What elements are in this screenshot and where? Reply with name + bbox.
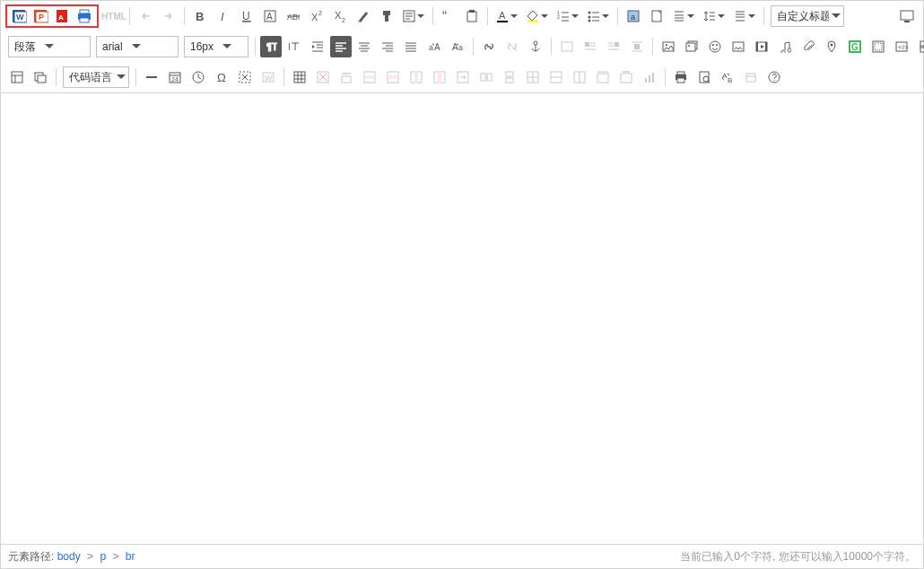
print-button-icon[interactable] — [670, 66, 692, 88]
video-icon[interactable] — [751, 36, 772, 57]
gmap-icon[interactable]: G — [844, 36, 866, 57]
superscript-icon[interactable]: X2 — [306, 5, 327, 27]
delete-caption-icon[interactable] — [615, 66, 637, 88]
image-right-icon[interactable] — [603, 36, 624, 57]
align-left-icon[interactable] — [330, 36, 352, 57]
path-segment-br[interactable]: br — [126, 550, 135, 563]
editor-content-area[interactable] — [1, 92, 923, 544]
insert-table-icon[interactable] — [289, 66, 310, 88]
image-center-icon[interactable] — [626, 36, 648, 57]
format-match-icon[interactable] — [376, 5, 397, 27]
preview-icon[interactable] — [693, 66, 715, 88]
unordered-list-icon[interactable] — [584, 5, 613, 27]
background-icon[interactable] — [30, 66, 51, 88]
row-spacing-bottom-icon[interactable] — [730, 5, 759, 27]
align-center-icon[interactable] — [353, 36, 375, 57]
music-icon[interactable] — [774, 36, 796, 57]
blockquote-icon[interactable]: “ — [438, 5, 459, 27]
merge-right-icon[interactable] — [475, 66, 497, 88]
simple-upload-icon[interactable] — [658, 36, 679, 57]
direction-rtl-icon[interactable]: I — [283, 36, 305, 57]
undo-icon[interactable] — [135, 5, 156, 27]
pagebreak-icon[interactable] — [914, 36, 924, 57]
help-icon[interactable]: ? — [763, 66, 785, 88]
separator — [763, 7, 764, 25]
time-icon[interactable] — [187, 66, 209, 88]
editor-body[interactable] — [12, 115, 912, 544]
svg-point-41 — [588, 16, 591, 19]
split-cols-icon[interactable] — [569, 66, 590, 88]
template-icon[interactable] — [6, 66, 28, 88]
backcolor-icon[interactable] — [523, 5, 552, 27]
ordered-list-icon[interactable]: 12 — [554, 5, 582, 27]
select-all-icon[interactable]: a — [623, 5, 644, 27]
custom-title-select[interactable]: 自定义标题 — [771, 5, 844, 27]
emotion-icon[interactable] — [704, 36, 726, 57]
import-pdf-icon[interactable]: A — [55, 8, 71, 24]
fullscreen-icon[interactable] — [896, 5, 918, 27]
path-segment-p[interactable]: p — [100, 550, 106, 563]
link-icon[interactable] — [478, 36, 500, 57]
wordimage-icon[interactable]: W — [257, 66, 279, 88]
tolowercase-icon[interactable]: Aa — [447, 36, 468, 57]
align-justify-icon[interactable] — [400, 36, 422, 57]
underline-icon[interactable]: U — [236, 5, 257, 27]
horizontal-rule-icon[interactable] — [141, 66, 162, 88]
touppercase-icon[interactable]: aA — [423, 36, 445, 57]
remove-format-icon[interactable] — [353, 5, 374, 27]
split-cells-icon[interactable] — [522, 66, 544, 88]
scrawl-icon[interactable] — [728, 36, 749, 57]
import-ppt-icon[interactable]: P — [33, 8, 49, 24]
row-spacing-top-icon[interactable] — [669, 5, 698, 27]
svg-text:A: A — [266, 12, 273, 22]
image-left-icon[interactable] — [580, 36, 601, 57]
font-family-select[interactable]: arial — [96, 36, 179, 57]
special-char-icon[interactable]: Ω — [211, 66, 232, 88]
delete-table-icon[interactable] — [312, 66, 334, 88]
insert-row-icon[interactable] — [359, 66, 380, 88]
forecolor-icon[interactable]: A — [493, 5, 521, 27]
split-rows-icon[interactable] — [545, 66, 567, 88]
clear-doc-icon[interactable] — [646, 5, 667, 27]
merge-down-icon[interactable] — [499, 66, 520, 88]
search-replace-icon[interactable]: AB — [717, 66, 738, 88]
indent-icon[interactable] — [307, 36, 328, 57]
redo-icon[interactable] — [158, 5, 179, 27]
fontborder-icon[interactable]: A — [259, 5, 281, 27]
insert-col-icon[interactable] — [405, 66, 427, 88]
line-height-icon[interactable] — [700, 5, 728, 27]
strikethrough-icon[interactable]: ABC — [283, 5, 304, 27]
frame-icon[interactable] — [867, 36, 889, 57]
pasteplain-icon[interactable] — [461, 5, 483, 27]
attachment-icon[interactable] — [798, 36, 819, 57]
drafts-icon[interactable] — [740, 66, 762, 88]
subscript-icon[interactable]: X2 — [329, 5, 351, 27]
align-right-icon[interactable] — [377, 36, 398, 57]
unlink-icon[interactable] — [501, 36, 523, 57]
map-icon[interactable] — [821, 36, 842, 57]
italic-icon[interactable]: I — [213, 5, 234, 27]
image-none-icon[interactable] — [556, 36, 578, 57]
multi-image-icon[interactable] — [681, 36, 702, 57]
path-segment-body[interactable]: body — [57, 550, 81, 563]
autotypeset-icon[interactable] — [399, 5, 428, 27]
chevron-down-icon — [829, 10, 843, 22]
date-icon[interactable]: 24 — [164, 66, 186, 88]
chart-icon[interactable] — [639, 66, 660, 88]
snapscreen-icon[interactable] — [234, 66, 256, 88]
code-language-select[interactable]: 代码语言 — [63, 66, 129, 88]
paragraph-select[interactable]: 段落 — [8, 36, 91, 57]
import-word-icon[interactable]: W — [12, 8, 28, 24]
merge-cells-icon[interactable] — [452, 66, 474, 88]
font-size-select[interactable]: 16px — [184, 36, 248, 57]
print-icon[interactable] — [76, 8, 92, 24]
source-html-button[interactable]: HTML — [103, 5, 125, 27]
delete-col-icon[interactable] — [429, 66, 450, 88]
direction-ltr-icon[interactable]: ¶T — [260, 36, 282, 57]
delete-row-icon[interactable] — [382, 66, 404, 88]
code-icon[interactable]: </> — [891, 36, 912, 57]
bold-icon[interactable]: B — [189, 5, 211, 27]
insert-caption-icon[interactable] — [592, 66, 614, 88]
anchor-icon[interactable] — [525, 36, 546, 57]
insert-para-before-table-icon[interactable] — [336, 66, 357, 88]
